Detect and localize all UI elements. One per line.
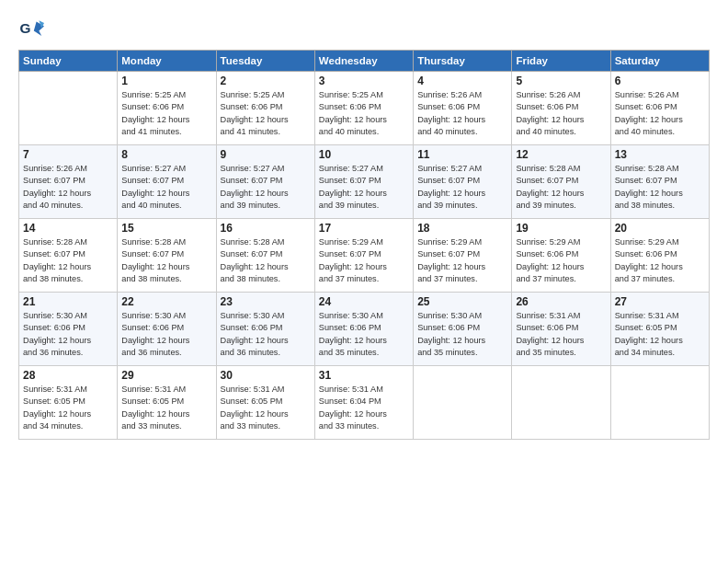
day-number: 30: [221, 369, 311, 382]
day-info: Sunrise: 5:31 AM Sunset: 6:05 PM Dayligh…: [23, 384, 113, 432]
day-number: 23: [221, 295, 311, 308]
day-info: Sunrise: 5:27 AM Sunset: 6:07 PM Dayligh…: [221, 163, 311, 212]
calendar-cell: [414, 366, 512, 440]
calendar-cell: 23Sunrise: 5:30 AM Sunset: 6:06 PM Dayli…: [216, 293, 314, 366]
day-number: 14: [23, 222, 113, 235]
calendar-cell: 3Sunrise: 5:25 AM Sunset: 6:06 PM Daylig…: [314, 72, 413, 145]
calendar-cell: 11Sunrise: 5:27 AM Sunset: 6:07 PM Dayli…: [414, 145, 512, 219]
calendar-cell: 9Sunrise: 5:27 AM Sunset: 6:07 PM Daylig…: [216, 145, 314, 219]
day-info: Sunrise: 5:28 AM Sunset: 6:07 PM Dayligh…: [221, 236, 311, 285]
weekday-header-wednesday: Wednesday: [314, 51, 413, 72]
day-info: Sunrise: 5:26 AM Sunset: 6:06 PM Dayligh…: [417, 89, 507, 138]
day-number: 27: [615, 295, 705, 308]
day-info: Sunrise: 5:25 AM Sunset: 6:06 PM Dayligh…: [121, 89, 211, 138]
day-number: 7: [23, 148, 113, 161]
week-row-5: 28Sunrise: 5:31 AM Sunset: 6:05 PM Dayli…: [19, 366, 710, 440]
day-info: Sunrise: 5:28 AM Sunset: 6:07 PM Dayligh…: [516, 163, 606, 212]
calendar-cell: 19Sunrise: 5:29 AM Sunset: 6:06 PM Dayli…: [512, 219, 610, 293]
day-number: 3: [319, 75, 409, 87]
weekday-header-tuesday: Tuesday: [216, 51, 314, 72]
calendar-cell: [610, 366, 709, 440]
day-info: Sunrise: 5:29 AM Sunset: 6:06 PM Dayligh…: [516, 236, 606, 285]
calendar-cell: 30Sunrise: 5:31 AM Sunset: 6:05 PM Dayli…: [216, 366, 314, 440]
calendar-cell: 27Sunrise: 5:31 AM Sunset: 6:05 PM Dayli…: [610, 293, 709, 366]
day-number: 6: [615, 75, 705, 87]
weekday-header-thursday: Thursday: [414, 51, 512, 72]
day-number: 19: [516, 222, 606, 235]
day-number: 5: [516, 75, 606, 87]
day-number: 13: [615, 148, 705, 161]
day-info: Sunrise: 5:30 AM Sunset: 6:06 PM Dayligh…: [417, 310, 507, 359]
week-row-2: 7Sunrise: 5:26 AM Sunset: 6:07 PM Daylig…: [19, 145, 710, 219]
calendar-cell: 10Sunrise: 5:27 AM Sunset: 6:07 PM Dayli…: [314, 145, 413, 219]
calendar-cell: 17Sunrise: 5:29 AM Sunset: 6:07 PM Dayli…: [314, 219, 413, 293]
page: G SundayMondayTuesdayWednesdayThursdayFr…: [0, 0, 728, 449]
day-info: Sunrise: 5:31 AM Sunset: 6:05 PM Dayligh…: [221, 384, 311, 432]
calendar-cell: 4Sunrise: 5:26 AM Sunset: 6:06 PM Daylig…: [414, 72, 512, 145]
week-row-3: 14Sunrise: 5:28 AM Sunset: 6:07 PM Dayli…: [19, 219, 710, 293]
day-number: 4: [417, 75, 507, 87]
calendar-cell: 20Sunrise: 5:29 AM Sunset: 6:06 PM Dayli…: [610, 219, 709, 293]
week-row-4: 21Sunrise: 5:30 AM Sunset: 6:06 PM Dayli…: [19, 293, 710, 366]
day-info: Sunrise: 5:30 AM Sunset: 6:06 PM Dayligh…: [121, 310, 211, 359]
week-row-1: 1Sunrise: 5:25 AM Sunset: 6:06 PM Daylig…: [19, 72, 710, 145]
logo-icon: G: [18, 17, 44, 42]
day-number: 18: [417, 222, 507, 235]
calendar-cell: 7Sunrise: 5:26 AM Sunset: 6:07 PM Daylig…: [19, 145, 118, 219]
day-number: 21: [23, 295, 113, 308]
calendar-cell: 1Sunrise: 5:25 AM Sunset: 6:06 PM Daylig…: [118, 72, 216, 145]
day-info: Sunrise: 5:30 AM Sunset: 6:06 PM Dayligh…: [23, 310, 113, 359]
day-number: 1: [121, 75, 211, 87]
calendar-cell: 13Sunrise: 5:28 AM Sunset: 6:07 PM Dayli…: [610, 145, 709, 219]
calendar-cell: 29Sunrise: 5:31 AM Sunset: 6:05 PM Dayli…: [118, 366, 216, 440]
day-info: Sunrise: 5:25 AM Sunset: 6:06 PM Dayligh…: [319, 89, 409, 138]
day-number: 15: [121, 222, 211, 235]
day-info: Sunrise: 5:29 AM Sunset: 6:07 PM Dayligh…: [319, 236, 409, 285]
weekday-header-row: SundayMondayTuesdayWednesdayThursdayFrid…: [19, 51, 710, 72]
day-number: 11: [417, 148, 507, 161]
day-number: 12: [516, 148, 606, 161]
calendar-cell: 14Sunrise: 5:28 AM Sunset: 6:07 PM Dayli…: [19, 219, 118, 293]
day-info: Sunrise: 5:28 AM Sunset: 6:07 PM Dayligh…: [121, 236, 211, 285]
weekday-header-saturday: Saturday: [610, 51, 709, 72]
day-info: Sunrise: 5:28 AM Sunset: 6:07 PM Dayligh…: [23, 236, 113, 285]
day-number: 16: [221, 222, 311, 235]
day-info: Sunrise: 5:30 AM Sunset: 6:06 PM Dayligh…: [319, 310, 409, 359]
calendar-cell: 21Sunrise: 5:30 AM Sunset: 6:06 PM Dayli…: [19, 293, 118, 366]
calendar-cell: 31Sunrise: 5:31 AM Sunset: 6:04 PM Dayli…: [314, 366, 413, 440]
weekday-header-sunday: Sunday: [19, 51, 118, 72]
day-info: Sunrise: 5:31 AM Sunset: 6:06 PM Dayligh…: [516, 310, 606, 359]
day-info: Sunrise: 5:29 AM Sunset: 6:07 PM Dayligh…: [417, 236, 507, 285]
day-number: 26: [516, 295, 606, 308]
day-number: 20: [615, 222, 705, 235]
weekday-header-friday: Friday: [512, 51, 610, 72]
day-info: Sunrise: 5:26 AM Sunset: 6:07 PM Dayligh…: [23, 163, 113, 212]
svg-text:G: G: [19, 20, 30, 36]
calendar-cell: 15Sunrise: 5:28 AM Sunset: 6:07 PM Dayli…: [118, 219, 216, 293]
calendar-cell: 26Sunrise: 5:31 AM Sunset: 6:06 PM Dayli…: [512, 293, 610, 366]
day-info: Sunrise: 5:31 AM Sunset: 6:05 PM Dayligh…: [615, 310, 705, 359]
day-info: Sunrise: 5:28 AM Sunset: 6:07 PM Dayligh…: [615, 163, 705, 212]
day-info: Sunrise: 5:27 AM Sunset: 6:07 PM Dayligh…: [417, 163, 507, 212]
day-number: 24: [319, 295, 409, 308]
day-number: 9: [221, 148, 311, 161]
day-number: 8: [121, 148, 211, 161]
calendar-cell: 24Sunrise: 5:30 AM Sunset: 6:06 PM Dayli…: [314, 293, 413, 366]
calendar-cell: [512, 366, 610, 440]
day-number: 29: [121, 369, 211, 382]
calendar-cell: 18Sunrise: 5:29 AM Sunset: 6:07 PM Dayli…: [414, 219, 512, 293]
calendar-cell: 22Sunrise: 5:30 AM Sunset: 6:06 PM Dayli…: [118, 293, 216, 366]
day-info: Sunrise: 5:26 AM Sunset: 6:06 PM Dayligh…: [615, 89, 705, 138]
calendar-cell: 8Sunrise: 5:27 AM Sunset: 6:07 PM Daylig…: [118, 145, 216, 219]
calendar-cell: 6Sunrise: 5:26 AM Sunset: 6:06 PM Daylig…: [610, 72, 709, 145]
day-number: 17: [319, 222, 409, 235]
calendar-cell: 12Sunrise: 5:28 AM Sunset: 6:07 PM Dayli…: [512, 145, 610, 219]
day-info: Sunrise: 5:30 AM Sunset: 6:06 PM Dayligh…: [221, 310, 311, 359]
weekday-header-monday: Monday: [118, 51, 216, 72]
day-info: Sunrise: 5:27 AM Sunset: 6:07 PM Dayligh…: [319, 163, 409, 212]
day-info: Sunrise: 5:29 AM Sunset: 6:06 PM Dayligh…: [615, 236, 705, 285]
day-number: 25: [417, 295, 507, 308]
day-info: Sunrise: 5:31 AM Sunset: 6:05 PM Dayligh…: [121, 384, 211, 432]
day-number: 10: [319, 148, 409, 161]
day-number: 2: [221, 75, 311, 87]
